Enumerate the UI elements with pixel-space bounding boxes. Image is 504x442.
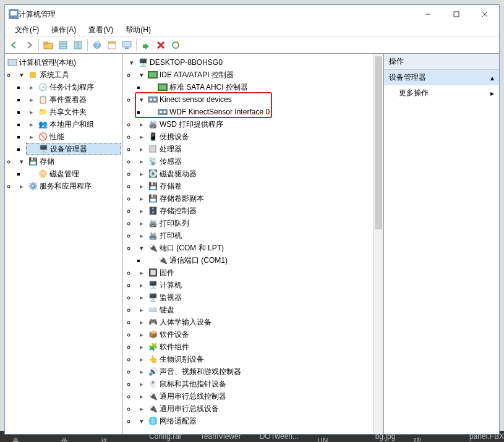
menu-help[interactable]: 帮助(H) bbox=[122, 23, 155, 36]
expand-icon[interactable] bbox=[137, 169, 146, 178]
node-com1[interactable]: 🔌通信端口 (COM1) bbox=[146, 254, 372, 266]
expand-icon[interactable] bbox=[17, 182, 26, 190]
delete-button[interactable] bbox=[154, 38, 168, 52]
node-monitors[interactable]: 🖥️监视器 bbox=[136, 291, 372, 304]
enable-button[interactable] bbox=[139, 38, 153, 52]
tree-device-manager[interactable]: 🖥️设备管理器 bbox=[26, 143, 121, 155]
node-portable[interactable]: 📱便携设备 bbox=[136, 130, 372, 143]
node-soft-comp[interactable]: 🧩软件组件 bbox=[136, 341, 372, 353]
expand-icon[interactable] bbox=[137, 342, 146, 351]
tree-storage[interactable]: 💾 存储 bbox=[16, 155, 121, 168]
node-ide-child[interactable]: 标准 SATA AHCI 控制器 bbox=[146, 81, 372, 93]
scrollbar-thumb[interactable] bbox=[375, 56, 382, 229]
expand-icon[interactable] bbox=[137, 330, 146, 339]
back-button[interactable] bbox=[7, 38, 21, 52]
menu-file[interactable]: 文件(F) bbox=[11, 23, 43, 36]
expand-icon[interactable] bbox=[137, 355, 146, 363]
expand-icon[interactable] bbox=[27, 83, 36, 91]
expand-icon[interactable] bbox=[137, 132, 146, 141]
device-root[interactable]: 🖥️DESKTOP-8BOHSG0 bbox=[126, 56, 372, 69]
menu-action[interactable]: 操作(A) bbox=[48, 23, 80, 36]
tree-performance[interactable]: 🚫性能 bbox=[26, 130, 121, 143]
expand-icon[interactable] bbox=[137, 404, 146, 413]
node-storage-ctrl[interactable]: 🗄️存储控制器 bbox=[136, 205, 372, 217]
node-keyboards[interactable]: ⌨️键盘 bbox=[136, 304, 372, 316]
tree-shared-folders[interactable]: 📁共享文件夹 bbox=[26, 106, 121, 118]
node-usb-dev[interactable]: 🔌通用串行总线设备 bbox=[136, 402, 372, 415]
view-detail-button[interactable] bbox=[71, 38, 85, 52]
expand-icon[interactable] bbox=[137, 293, 146, 302]
node-network[interactable]: 🌐网络适配器 bbox=[136, 415, 372, 427]
titlebar[interactable]: 计算机管理 bbox=[5, 5, 499, 23]
expand-icon[interactable] bbox=[137, 367, 146, 376]
shadow-icon: 💾 bbox=[148, 193, 158, 203]
expand-icon[interactable] bbox=[27, 132, 36, 141]
properties-button[interactable] bbox=[105, 38, 119, 52]
node-ide[interactable]: IDE ATA/ATAPI 控制器 bbox=[136, 69, 372, 81]
expand-icon[interactable] bbox=[137, 70, 146, 79]
tree-event-viewer[interactable]: 📋事件查看器 bbox=[26, 93, 121, 106]
tree-services[interactable]: ⚙️服务和应用程序 bbox=[16, 180, 121, 192]
node-volumes[interactable]: 💾存储卷 bbox=[136, 180, 372, 192]
expand-icon[interactable] bbox=[137, 231, 146, 240]
expand-icon[interactable] bbox=[27, 120, 36, 129]
expand-icon[interactable] bbox=[137, 268, 146, 277]
tree-disk-mgmt[interactable]: 📀磁盘管理 bbox=[26, 168, 121, 180]
tree-local-users[interactable]: 👥本地用户和组 bbox=[26, 118, 121, 130]
expand-icon[interactable] bbox=[27, 108, 36, 116]
view-list-button[interactable] bbox=[56, 38, 70, 52]
help-button[interactable]: ? bbox=[90, 38, 104, 52]
node-disk-drives[interactable]: 💽磁盘驱动器 bbox=[136, 168, 372, 180]
node-printers[interactable]: 🖨️打印机 bbox=[136, 229, 372, 242]
forward-button[interactable] bbox=[22, 38, 36, 52]
expand-icon[interactable] bbox=[137, 244, 146, 252]
scan-button[interactable] bbox=[169, 38, 182, 52]
expand-icon[interactable] bbox=[137, 318, 146, 326]
node-firmware[interactable]: 🔲固件 bbox=[136, 266, 372, 279]
expand-icon[interactable] bbox=[127, 58, 136, 67]
expand-icon[interactable] bbox=[27, 95, 36, 104]
expand-icon[interactable] bbox=[137, 182, 146, 190]
expand-icon[interactable] bbox=[137, 120, 146, 129]
node-sound[interactable]: 🔊声音、视频和游戏控制器 bbox=[136, 365, 372, 378]
middle-pane: 🖥️DESKTOP-8BOHSG0 IDE ATA/ATAPI 控制器 标准 S… bbox=[122, 54, 384, 434]
node-sensors[interactable]: 📡传感器 bbox=[136, 155, 372, 168]
tree-system-tools[interactable]: 系统工具 bbox=[16, 69, 121, 81]
node-cpu[interactable]: 处理器 bbox=[136, 143, 372, 155]
node-soft-dev[interactable]: 📦软件设备 bbox=[136, 328, 372, 341]
node-hid[interactable]: 🎮人体学输入设备 bbox=[136, 316, 372, 328]
node-mouse[interactable]: 🖱️鼠标和其他指针设备 bbox=[136, 378, 372, 390]
action-device-manager[interactable]: 设备管理器 ▴ bbox=[384, 70, 499, 85]
expand-icon[interactable] bbox=[17, 157, 26, 166]
folder-button[interactable] bbox=[41, 38, 55, 52]
menu-view[interactable]: 查看(V) bbox=[85, 23, 117, 36]
vertical-scrollbar[interactable] bbox=[373, 54, 383, 434]
node-usb-ctrl[interactable]: 🔌通用串行总线控制器 bbox=[136, 390, 372, 402]
expand-icon[interactable] bbox=[17, 70, 26, 79]
expand-icon[interactable] bbox=[137, 380, 146, 388]
expand-icon[interactable] bbox=[137, 194, 146, 203]
expand-icon[interactable] bbox=[137, 219, 146, 227]
node-print-queue[interactable]: 🖨️打印队列 bbox=[136, 217, 372, 229]
expand-icon[interactable] bbox=[137, 206, 146, 215]
svg-rect-18 bbox=[125, 48, 129, 49]
node-wsd[interactable]: 🖨️WSD 打印提供程序 bbox=[136, 118, 372, 130]
tree-root[interactable]: 计算机管理(本地) bbox=[6, 56, 121, 69]
expand-icon[interactable] bbox=[137, 157, 146, 166]
node-biometric[interactable]: 👆生物识别设备 bbox=[136, 353, 372, 365]
node-ports[interactable]: 🔌端口 (COM 和 LPT) bbox=[136, 242, 372, 254]
minimize-button[interactable] bbox=[414, 5, 442, 23]
tree-task-scheduler[interactable]: 🕒任务计划程序 bbox=[26, 81, 121, 93]
expand-icon[interactable] bbox=[137, 417, 146, 425]
menubar: 文件(F) 操作(A) 查看(V) 帮助(H) bbox=[5, 23, 499, 36]
expand-icon[interactable] bbox=[137, 392, 146, 401]
expand-icon[interactable] bbox=[137, 305, 146, 314]
expand-icon[interactable] bbox=[137, 281, 146, 289]
node-shadow[interactable]: 💾存储卷影副本 bbox=[136, 192, 372, 205]
action-more[interactable]: 更多操作 ▸ bbox=[384, 85, 499, 101]
expand-icon[interactable] bbox=[137, 145, 146, 153]
maximize-button[interactable] bbox=[442, 5, 471, 23]
monitor-button[interactable] bbox=[120, 38, 134, 52]
close-button[interactable] bbox=[471, 5, 499, 23]
node-computer[interactable]: 🖥️计算机 bbox=[136, 279, 372, 291]
